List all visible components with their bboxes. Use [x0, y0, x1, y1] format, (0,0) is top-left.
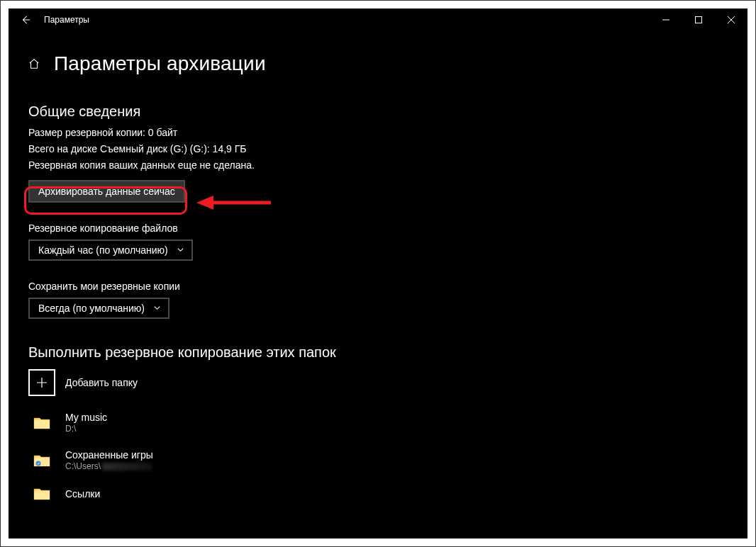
- folder-name: My music: [65, 412, 107, 424]
- back-button[interactable]: [14, 9, 37, 31]
- backup-size-text: Размер резервной копии: 0 байт: [28, 127, 747, 138]
- home-icon[interactable]: [27, 57, 41, 71]
- total-space-text: Всего на диске Съемный диск (G:) (G:): 1…: [28, 143, 747, 154]
- app-title: Параметры: [44, 15, 89, 25]
- frequency-dropdown[interactable]: Каждый час (по умолчанию): [28, 239, 193, 261]
- page-title: Параметры архивации: [54, 52, 266, 75]
- frequency-label: Резервное копирование файлов: [28, 222, 747, 234]
- folder-path: D:\: [65, 424, 107, 434]
- plus-icon: [28, 369, 55, 396]
- folder-icon: [28, 416, 55, 430]
- close-button[interactable]: [715, 9, 747, 31]
- folder-name: Сохраненные игры: [65, 449, 153, 461]
- folder-path: C:\Users\: [65, 461, 153, 471]
- folder-item[interactable]: Ссылки: [28, 484, 747, 504]
- folder-item[interactable]: My music D:\: [28, 409, 747, 436]
- frequency-selected: Каждый час (по умолчанию): [38, 244, 168, 256]
- minimize-button[interactable]: [650, 9, 682, 31]
- retention-label: Сохранить мои резервные копии: [28, 281, 747, 292]
- retention-dropdown[interactable]: Всегда (по умолчанию): [28, 298, 169, 319]
- folder-icon: [28, 487, 55, 501]
- retention-selected: Всегда (по умолчанию): [38, 303, 145, 314]
- folder-item[interactable]: Сохраненные игры C:\Users\: [28, 446, 747, 474]
- folder-icon: [28, 453, 55, 468]
- svg-rect-0: [696, 17, 702, 23]
- maximize-button[interactable]: [682, 9, 715, 31]
- overview-heading: Общие сведения: [28, 103, 747, 120]
- backup-now-button[interactable]: Архивировать данные сейчас: [28, 180, 185, 203]
- folder-name: Ссылки: [65, 488, 100, 500]
- chevron-down-icon: [153, 303, 161, 314]
- svg-point-1: [36, 461, 41, 466]
- add-folder-button[interactable]: Добавить папку: [28, 369, 747, 396]
- backup-status-text: Резервная копия ваших данных еще не сдел…: [28, 159, 747, 171]
- add-folder-label: Добавить папку: [65, 377, 138, 388]
- folders-heading: Выполнить резервное копирование этих пап…: [28, 344, 747, 361]
- chevron-down-icon: [177, 244, 184, 256]
